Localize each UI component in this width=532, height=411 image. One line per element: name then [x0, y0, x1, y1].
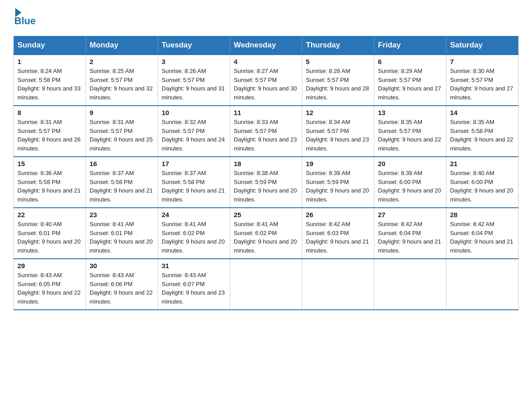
- calendar-cell: 29 Sunrise: 8:43 AMSunset: 6:05 PMDaylig…: [14, 259, 86, 310]
- day-number: 10: [162, 109, 226, 116]
- calendar-cell: 25 Sunrise: 8:41 AMSunset: 6:02 PMDaylig…: [230, 208, 302, 259]
- calendar-table: SundayMondayTuesdayWednesdayThursdayFrid…: [13, 36, 519, 310]
- day-info: Sunrise: 8:35 AMSunset: 5:57 PMDaylight:…: [378, 118, 442, 153]
- calendar-cell: 26 Sunrise: 8:42 AMSunset: 6:03 PMDaylig…: [302, 208, 374, 259]
- calendar-cell: [374, 259, 446, 310]
- day-number: 25: [234, 211, 298, 218]
- calendar-header-monday: Monday: [86, 36, 158, 55]
- logo: Blue: [13, 9, 36, 27]
- calendar-cell: 20 Sunrise: 8:39 AMSunset: 6:00 PMDaylig…: [374, 157, 446, 208]
- calendar-cell: 2 Sunrise: 8:25 AMSunset: 5:57 PMDayligh…: [86, 55, 158, 106]
- calendar-cell: 12 Sunrise: 8:34 AMSunset: 5:57 PMDaylig…: [302, 106, 374, 157]
- day-number: 27: [378, 211, 442, 218]
- day-number: 1: [17, 58, 82, 65]
- calendar-week-row: 29 Sunrise: 8:43 AMSunset: 6:05 PMDaylig…: [14, 259, 519, 310]
- calendar-week-row: 8 Sunrise: 8:31 AMSunset: 5:57 PMDayligh…: [14, 106, 519, 157]
- calendar-header-sunday: Sunday: [14, 36, 86, 55]
- day-number: 2: [90, 58, 154, 65]
- day-info: Sunrise: 8:39 AMSunset: 5:59 PMDaylight:…: [306, 169, 370, 204]
- calendar-cell: 3 Sunrise: 8:26 AMSunset: 5:57 PMDayligh…: [158, 55, 230, 106]
- day-number: 24: [162, 211, 226, 218]
- day-info: Sunrise: 8:43 AMSunset: 6:07 PMDaylight:…: [162, 271, 226, 306]
- day-info: Sunrise: 8:39 AMSunset: 6:00 PMDaylight:…: [378, 169, 442, 204]
- day-info: Sunrise: 8:43 AMSunset: 6:05 PMDaylight:…: [17, 271, 82, 306]
- day-number: 15: [17, 160, 82, 167]
- calendar-cell: 11 Sunrise: 8:33 AMSunset: 5:57 PMDaylig…: [230, 106, 302, 157]
- calendar-cell: 21 Sunrise: 8:40 AMSunset: 6:00 PMDaylig…: [446, 157, 519, 208]
- day-info: Sunrise: 8:29 AMSunset: 5:57 PMDaylight:…: [378, 67, 442, 102]
- calendar-header-thursday: Thursday: [302, 36, 374, 55]
- calendar-cell: 7 Sunrise: 8:30 AMSunset: 5:57 PMDayligh…: [446, 55, 519, 106]
- day-info: Sunrise: 8:41 AMSunset: 6:02 PMDaylight:…: [162, 220, 226, 255]
- day-info: Sunrise: 8:27 AMSunset: 5:57 PMDaylight:…: [234, 67, 298, 102]
- day-info: Sunrise: 8:42 AMSunset: 6:04 PMDaylight:…: [378, 220, 442, 255]
- calendar-header-friday: Friday: [374, 36, 446, 55]
- day-info: Sunrise: 8:26 AMSunset: 5:57 PMDaylight:…: [162, 67, 226, 102]
- calendar-cell: 4 Sunrise: 8:27 AMSunset: 5:57 PMDayligh…: [230, 55, 302, 106]
- day-number: 6: [378, 58, 442, 65]
- day-info: Sunrise: 8:30 AMSunset: 5:57 PMDaylight:…: [450, 67, 515, 102]
- day-number: 28: [450, 211, 515, 218]
- calendar-cell: 24 Sunrise: 8:41 AMSunset: 6:02 PMDaylig…: [158, 208, 230, 259]
- calendar-cell: 6 Sunrise: 8:29 AMSunset: 5:57 PMDayligh…: [374, 55, 446, 106]
- calendar-header-tuesday: Tuesday: [158, 36, 230, 55]
- day-info: Sunrise: 8:38 AMSunset: 5:59 PMDaylight:…: [234, 169, 298, 204]
- day-number: 19: [306, 160, 370, 167]
- calendar-week-row: 1 Sunrise: 8:24 AMSunset: 5:58 PMDayligh…: [14, 55, 519, 106]
- calendar-header-wednesday: Wednesday: [230, 36, 302, 55]
- calendar-cell: 1 Sunrise: 8:24 AMSunset: 5:58 PMDayligh…: [14, 55, 86, 106]
- day-info: Sunrise: 8:40 AMSunset: 6:01 PMDaylight:…: [17, 220, 82, 255]
- calendar-cell: 13 Sunrise: 8:35 AMSunset: 5:57 PMDaylig…: [374, 106, 446, 157]
- calendar-header-row: SundayMondayTuesdayWednesdayThursdayFrid…: [14, 36, 519, 55]
- day-number: 4: [234, 58, 298, 65]
- day-info: Sunrise: 8:36 AMSunset: 5:58 PMDaylight:…: [17, 169, 82, 204]
- calendar-week-row: 22 Sunrise: 8:40 AMSunset: 6:01 PMDaylig…: [14, 208, 519, 259]
- day-info: Sunrise: 8:34 AMSunset: 5:57 PMDaylight:…: [306, 118, 370, 153]
- calendar-cell: [230, 259, 302, 310]
- day-info: Sunrise: 8:28 AMSunset: 5:57 PMDaylight:…: [306, 67, 370, 102]
- calendar-cell: 14 Sunrise: 8:35 AMSunset: 5:58 PMDaylig…: [446, 106, 519, 157]
- day-info: Sunrise: 8:25 AMSunset: 5:57 PMDaylight:…: [90, 67, 154, 102]
- day-info: Sunrise: 8:42 AMSunset: 6:04 PMDaylight:…: [450, 220, 515, 255]
- day-number: 21: [450, 160, 515, 167]
- day-number: 9: [90, 109, 154, 116]
- day-number: 16: [90, 160, 154, 167]
- page-header: Blue: [13, 9, 519, 27]
- day-number: 23: [90, 211, 154, 218]
- calendar-cell: 31 Sunrise: 8:43 AMSunset: 6:07 PMDaylig…: [158, 259, 230, 310]
- day-number: 20: [378, 160, 442, 167]
- calendar-cell: 30 Sunrise: 8:43 AMSunset: 6:06 PMDaylig…: [86, 259, 158, 310]
- day-info: Sunrise: 8:31 AMSunset: 5:57 PMDaylight:…: [17, 118, 82, 153]
- day-number: 26: [306, 211, 370, 218]
- calendar-cell: 18 Sunrise: 8:38 AMSunset: 5:59 PMDaylig…: [230, 157, 302, 208]
- calendar-cell: 23 Sunrise: 8:41 AMSunset: 6:01 PMDaylig…: [86, 208, 158, 259]
- calendar-cell: 10 Sunrise: 8:32 AMSunset: 5:57 PMDaylig…: [158, 106, 230, 157]
- day-info: Sunrise: 8:43 AMSunset: 6:06 PMDaylight:…: [90, 271, 154, 306]
- calendar-header-saturday: Saturday: [446, 36, 519, 55]
- calendar-cell: 5 Sunrise: 8:28 AMSunset: 5:57 PMDayligh…: [302, 55, 374, 106]
- day-number: 30: [90, 262, 154, 270]
- day-number: 29: [17, 262, 82, 270]
- day-info: Sunrise: 8:24 AMSunset: 5:58 PMDaylight:…: [17, 67, 82, 102]
- calendar-week-row: 15 Sunrise: 8:36 AMSunset: 5:58 PMDaylig…: [14, 157, 519, 208]
- day-info: Sunrise: 8:40 AMSunset: 6:00 PMDaylight:…: [450, 169, 515, 204]
- calendar-cell: 22 Sunrise: 8:40 AMSunset: 6:01 PMDaylig…: [14, 208, 86, 259]
- calendar-cell: 8 Sunrise: 8:31 AMSunset: 5:57 PMDayligh…: [14, 106, 86, 157]
- day-number: 5: [306, 58, 370, 65]
- day-number: 13: [378, 109, 442, 116]
- calendar-cell: 27 Sunrise: 8:42 AMSunset: 6:04 PMDaylig…: [374, 208, 446, 259]
- day-number: 18: [234, 160, 298, 167]
- day-info: Sunrise: 8:42 AMSunset: 6:03 PMDaylight:…: [306, 220, 370, 255]
- day-number: 22: [17, 211, 82, 218]
- calendar-cell: 28 Sunrise: 8:42 AMSunset: 6:04 PMDaylig…: [446, 208, 519, 259]
- day-info: Sunrise: 8:35 AMSunset: 5:58 PMDaylight:…: [450, 118, 515, 153]
- day-info: Sunrise: 8:41 AMSunset: 6:01 PMDaylight:…: [90, 220, 154, 255]
- day-number: 11: [234, 109, 298, 116]
- day-info: Sunrise: 8:32 AMSunset: 5:57 PMDaylight:…: [162, 118, 226, 153]
- calendar-cell: [302, 259, 374, 310]
- day-number: 7: [450, 58, 515, 65]
- calendar-cell: 16 Sunrise: 8:37 AMSunset: 5:58 PMDaylig…: [86, 157, 158, 208]
- day-info: Sunrise: 8:37 AMSunset: 5:58 PMDaylight:…: [162, 169, 226, 204]
- logo-subtitle: Blue: [14, 15, 36, 27]
- day-number: 12: [306, 109, 370, 116]
